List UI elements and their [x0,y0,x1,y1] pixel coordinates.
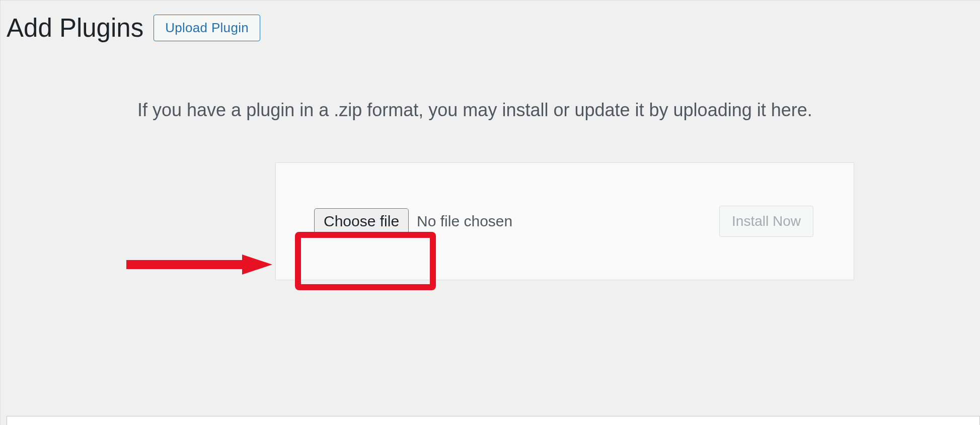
svg-marker-1 [242,254,272,275]
upload-instruction-text: If you have a plugin in a .zip format, y… [137,99,974,122]
file-status-text: No file chosen [417,213,512,230]
upload-plugin-button[interactable]: Upload Plugin [154,15,260,41]
bottom-panel [7,416,980,425]
upload-form-box: Choose file No file chosen Install Now [275,162,854,280]
page-header: Add Plugins Upload Plugin [7,13,974,43]
install-now-button[interactable]: Install Now [719,206,813,237]
file-input-group: Choose file No file chosen [314,208,512,234]
page-title: Add Plugins [7,13,143,43]
annotation-arrow [126,252,277,279]
arrow-icon [126,252,277,277]
choose-file-button[interactable]: Choose file [314,208,409,234]
add-plugins-page: Add Plugins Upload Plugin If you have a … [0,0,980,425]
